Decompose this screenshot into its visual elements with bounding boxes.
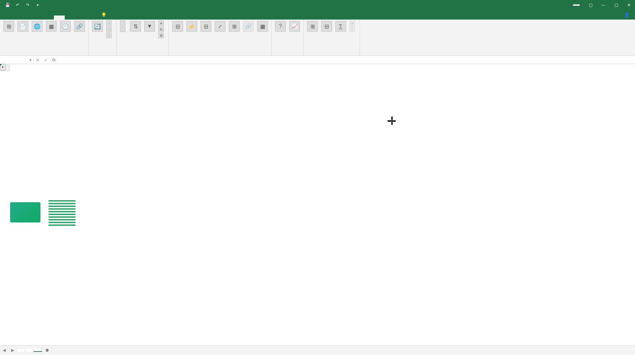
flash-fill-button[interactable]: ⚡ xyxy=(185,20,199,33)
share-button[interactable]: 👤 xyxy=(619,10,635,20)
sheet-tab[interactable] xyxy=(34,348,42,352)
ribbon-group-label xyxy=(274,54,301,55)
spreadsheet-grid[interactable]: ▼ ◀ ▶ ⊕ xyxy=(0,64,635,355)
ribbon-group-label xyxy=(2,54,86,55)
fx-button[interactable]: fx xyxy=(50,58,58,62)
sort-desc-button[interactable] xyxy=(119,26,128,32)
clear-filter-button[interactable]: ✕ xyxy=(157,20,167,26)
ribbon-tabs: 💡 👤 xyxy=(0,10,635,20)
ungroup-button[interactable]: ⊟ xyxy=(320,20,333,33)
from-web-button[interactable]: 🌐 xyxy=(30,20,44,33)
undo-button[interactable]: ↶ xyxy=(13,1,22,9)
refresh-all-button[interactable]: 🔄 xyxy=(91,20,104,33)
ribbon-group-data-tools: ⊟ ⚡ ⊟ ✓ ⊞ 🔗 ▦ xyxy=(169,20,272,56)
from-table-button[interactable]: ▦ xyxy=(44,20,58,33)
ribbon-group-label xyxy=(171,54,269,55)
data-validation-button[interactable]: ✓ xyxy=(213,20,227,33)
ribbon-group-sort-filter: ⇅ ▼ ✕ ↻ ⚙ xyxy=(117,20,169,56)
sort-button[interactable]: ⇅ xyxy=(129,20,142,33)
recent-sources-button[interactable]: 🕘 xyxy=(59,20,72,33)
name-box[interactable]: ▾ xyxy=(0,56,34,64)
minimize-button[interactable]: — xyxy=(597,0,609,10)
tab-view[interactable] xyxy=(75,16,86,20)
relationships-button[interactable]: 🔗 xyxy=(242,20,255,33)
get-data-button[interactable]: ⊞ xyxy=(2,20,16,33)
advanced-filter-button[interactable]: ⚙ xyxy=(157,32,167,38)
redo-button[interactable]: ↷ xyxy=(23,1,32,9)
tell-me-search[interactable]: 💡 xyxy=(97,10,112,20)
quick-access-toolbar: 💾 ↶ ↷ ▾ xyxy=(0,1,42,9)
tab-home[interactable] xyxy=(11,16,22,20)
watermark xyxy=(10,199,75,226)
show-detail-button[interactable]: + xyxy=(348,20,358,26)
formula-bar: ▾ ✕ ✓ fx xyxy=(0,56,635,64)
tab-page-layout[interactable] xyxy=(32,16,43,20)
text-to-columns-button[interactable]: ⊟ xyxy=(171,20,184,33)
tab-data[interactable] xyxy=(54,16,65,20)
watermark-logo-icon xyxy=(10,202,40,222)
cancel-formula-button[interactable]: ✕ xyxy=(34,58,42,62)
ribbon-group-label xyxy=(91,54,114,55)
forecast-sheet-button[interactable]: 📈 xyxy=(288,20,301,33)
tab-formulas[interactable] xyxy=(43,16,54,20)
tab-file[interactable] xyxy=(0,16,11,20)
data-validation-dropdown-icon[interactable]: ▼ xyxy=(0,64,5,70)
sheet-tab[interactable] xyxy=(17,349,25,352)
sheet-tabs: ◀ ▶ ⊕ xyxy=(0,345,635,355)
ribbon-group-get-transform: ⊞ 📄 🌐 ▦ 🕘 🔗 xyxy=(0,20,89,56)
add-sheet-button[interactable]: ⊕ xyxy=(42,348,52,353)
maximize-button[interactable]: ▢ xyxy=(610,0,622,10)
ribbon-group-label xyxy=(119,54,167,55)
group-button[interactable]: ⊞ xyxy=(306,20,319,33)
edit-links-button[interactable]: ▫ xyxy=(105,32,114,38)
tab-insert[interactable] xyxy=(22,16,32,20)
queries-connections-button[interactable]: ▫ xyxy=(105,20,114,26)
tab-review[interactable] xyxy=(65,16,75,20)
qat-customize[interactable]: ▾ xyxy=(33,1,42,9)
save-button[interactable]: 💾 xyxy=(3,1,12,9)
formula-input[interactable] xyxy=(58,56,635,64)
ribbon-group-label xyxy=(306,54,358,55)
sheet-tab[interactable] xyxy=(25,349,34,352)
ribbon-group-forecast: ? 📈 xyxy=(272,20,304,56)
existing-connections-button[interactable]: 🔗 xyxy=(73,20,86,33)
tab-help[interactable] xyxy=(86,16,97,20)
whatif-button[interactable]: ? xyxy=(274,20,287,33)
remove-duplicates-button[interactable]: ⊟ xyxy=(199,20,213,33)
consolidate-button[interactable]: ⊞ xyxy=(228,20,241,33)
from-text-csv-button[interactable]: 📄 xyxy=(16,20,30,33)
subtotal-button[interactable]: ∑ xyxy=(334,20,347,33)
ribbon-group-queries: 🔄 ▫ ▫ ▫ xyxy=(89,20,117,56)
watermark-qr-icon xyxy=(49,199,75,226)
hide-detail-button[interactable]: − xyxy=(348,26,358,32)
properties-button[interactable]: ▫ xyxy=(105,26,114,32)
ribbon-group-outline: ⊞ ⊟ ∑ + − xyxy=(304,20,360,56)
reapply-button[interactable]: ↻ xyxy=(157,26,167,32)
sheet-nav-next[interactable]: ▶ xyxy=(8,348,17,353)
close-button[interactable]: ✕ xyxy=(623,0,635,10)
login-button[interactable] xyxy=(573,4,580,6)
sort-asc-button[interactable] xyxy=(119,20,128,26)
ribbon-options-button[interactable]: ▢ xyxy=(584,0,597,10)
sheet-nav-prev[interactable]: ◀ xyxy=(0,348,8,353)
enter-formula-button[interactable]: ✓ xyxy=(42,58,50,62)
cursor-icon xyxy=(388,117,396,125)
filter-button[interactable]: ▼ xyxy=(143,20,156,33)
ribbon: ⊞ 📄 🌐 ▦ 🕘 🔗 🔄 ▫ ▫ ▫ ⇅ ▼ xyxy=(0,20,635,56)
titlebar: 💾 ↶ ↷ ▾ ▢ — ▢ ✕ xyxy=(0,0,635,10)
data-model-button[interactable]: ▦ xyxy=(256,20,269,33)
